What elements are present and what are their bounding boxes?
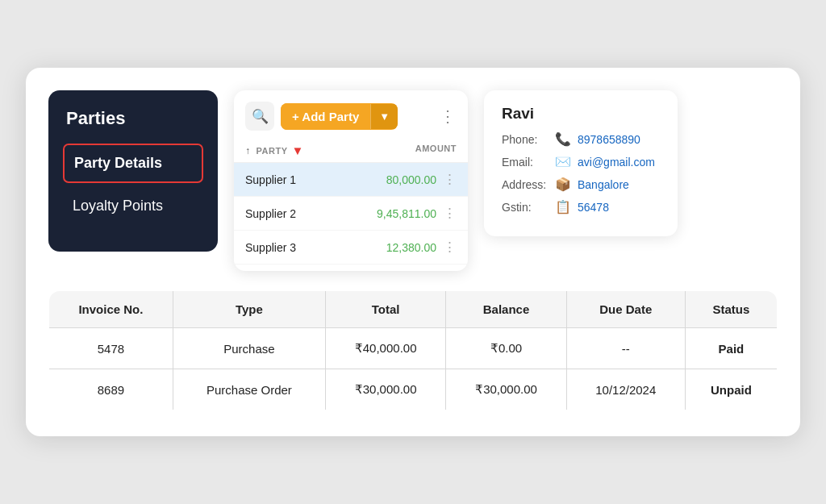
party-row-name: Supplier 3 bbox=[245, 241, 386, 254]
gstin-row: Gstin: 📋 56478 bbox=[502, 199, 660, 215]
invoice-table-body: 5478Purchase₹40,000.00₹0.00--Paid8689Pur… bbox=[49, 328, 778, 410]
invoice-no: 5478 bbox=[49, 328, 173, 369]
party-row-amount: 12,380.00 bbox=[386, 241, 436, 254]
phone-icon: 📞 bbox=[555, 131, 571, 147]
party-row-more[interactable]: ⋮ bbox=[443, 171, 457, 188]
party-name: Ravi bbox=[502, 105, 660, 123]
phone-row: Phone: 📞 8978658890 bbox=[502, 131, 660, 147]
top-row: Parties Party Details Loyalty Points 🔍 +… bbox=[48, 90, 778, 271]
party-row-name: Supplier 2 bbox=[245, 207, 377, 220]
invoice-balance: ₹0.00 bbox=[446, 328, 566, 369]
invoice-balance: ₹30,000.00 bbox=[446, 369, 566, 410]
invoice-type: Purchase bbox=[173, 328, 325, 369]
address-row: Address: 📦 Bangalore bbox=[502, 177, 660, 192]
invoice-status: Unpaid bbox=[685, 369, 777, 410]
party-row-name: Supplier 1 bbox=[245, 173, 386, 186]
email-row: Email: ✉️ avi@gmail.com bbox=[502, 154, 660, 169]
main-screen: Parties Party Details Loyalty Points 🔍 +… bbox=[26, 68, 800, 436]
invoice-col-header: Balance bbox=[446, 291, 566, 328]
party-row[interactable]: Supplier 2 9,45,811.00 ⋮ bbox=[234, 197, 468, 231]
table-row: 8689Purchase Order₹30,000.00₹30,000.0010… bbox=[49, 369, 778, 410]
invoice-section: Invoice No.TypeTotalBalanceDue DateStatu… bbox=[48, 290, 778, 410]
party-info-card: Ravi Phone: 📞 8978658890 Email: ✉️ avi@g… bbox=[484, 90, 678, 236]
party-panel-header: 🔍 + Add Party ▼ ⋮ bbox=[234, 102, 468, 140]
party-rows-container: Supplier 1 80,000.00 ⋮ Supplier 2 9,45,8… bbox=[234, 163, 468, 264]
sidebar: Parties Party Details Loyalty Points bbox=[48, 90, 218, 252]
filter-icon: ▼ bbox=[291, 144, 303, 157]
invoice-status: Paid bbox=[685, 328, 777, 369]
gstin-value: 56478 bbox=[578, 201, 609, 214]
add-party-label: + Add Party bbox=[281, 103, 370, 130]
invoice-due-date: -- bbox=[566, 328, 685, 369]
invoice-table-header: Invoice No.TypeTotalBalanceDue DateStatu… bbox=[49, 291, 778, 328]
sidebar-item-loyalty-points[interactable]: Loyalty Points bbox=[63, 188, 203, 224]
column-amount: AMOUNT bbox=[415, 144, 457, 157]
invoice-total: ₹40,000.00 bbox=[325, 328, 445, 369]
column-party: ↑ PARTY ▼ bbox=[245, 144, 415, 157]
party-table-header: ↑ PARTY ▼ AMOUNT bbox=[234, 140, 468, 163]
address-value: Bangalore bbox=[578, 178, 629, 191]
invoice-col-header: Invoice No. bbox=[49, 291, 173, 328]
phone-label: Phone: bbox=[502, 133, 549, 146]
invoice-due-date: 10/12/2024 bbox=[566, 369, 685, 410]
invoice-col-header: Status bbox=[685, 291, 777, 328]
gstin-label: Gstin: bbox=[502, 201, 549, 214]
invoice-total: ₹30,000.00 bbox=[325, 369, 445, 410]
email-value: avi@gmail.com bbox=[578, 156, 655, 169]
add-party-dropdown-arrow[interactable]: ▼ bbox=[370, 104, 398, 129]
email-label: Email: bbox=[502, 156, 549, 169]
sort-arrow-icon: ↑ bbox=[245, 145, 251, 156]
party-row[interactable]: Supplier 1 80,000.00 ⋮ bbox=[234, 163, 468, 197]
address-label: Address: bbox=[502, 178, 549, 191]
search-button[interactable]: 🔍 bbox=[245, 102, 274, 131]
party-row-amount: 80,000.00 bbox=[386, 173, 436, 186]
address-icon: 📦 bbox=[555, 177, 571, 192]
invoice-type: Purchase Order bbox=[173, 369, 325, 410]
sidebar-title: Parties bbox=[63, 108, 203, 129]
sidebar-item-party-details[interactable]: Party Details bbox=[63, 144, 203, 183]
invoice-col-header: Type bbox=[173, 291, 325, 328]
search-icon: 🔍 bbox=[252, 108, 269, 125]
party-row-more[interactable]: ⋮ bbox=[443, 239, 457, 256]
invoice-col-header: Due Date bbox=[566, 291, 685, 328]
invoice-no: 8689 bbox=[49, 369, 173, 410]
email-icon: ✉️ bbox=[555, 154, 571, 169]
party-row[interactable]: Supplier 3 12,380.00 ⋮ bbox=[234, 231, 468, 264]
phone-value: 8978658890 bbox=[578, 133, 640, 146]
invoice-table: Invoice No.TypeTotalBalanceDue DateStatu… bbox=[48, 290, 778, 410]
gstin-icon: 📋 bbox=[555, 199, 571, 215]
table-row: 5478Purchase₹40,000.00₹0.00--Paid bbox=[49, 328, 778, 369]
add-party-button[interactable]: + Add Party ▼ bbox=[281, 103, 398, 130]
party-panel: 🔍 + Add Party ▼ ⋮ ↑ PARTY ▼ AMOUNT Suppl… bbox=[234, 90, 468, 271]
more-options-button[interactable]: ⋮ bbox=[440, 106, 457, 126]
invoice-col-header: Total bbox=[325, 291, 445, 328]
party-row-more[interactable]: ⋮ bbox=[443, 205, 457, 222]
party-row-amount: 9,45,811.00 bbox=[377, 207, 436, 220]
